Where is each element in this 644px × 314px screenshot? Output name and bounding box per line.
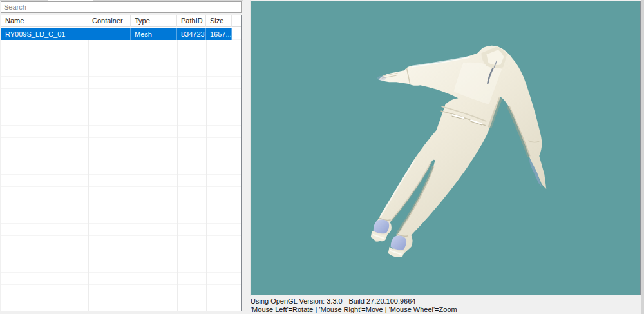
cell-size: 1657... — [206, 28, 232, 40]
asset-list-table[interactable]: Name Container Type PathID Size RY009S_L… — [1, 15, 242, 311]
app-window: Name Container Type PathID Size RY009S_L… — [0, 0, 644, 314]
grid-line — [131, 28, 131, 311]
table-body[interactable]: RY009S_LD_C_01 Mesh 834723... 1657... — [1, 28, 242, 311]
preview-viewport[interactable] — [251, 1, 641, 295]
search-input[interactable] — [1, 1, 242, 13]
cell-container — [88, 28, 131, 40]
grid-line — [206, 28, 207, 311]
table-header-row: Name Container Type PathID Size — [1, 15, 242, 27]
column-header-size[interactable]: Size — [206, 15, 232, 27]
cell-pathid: 834723... — [177, 28, 206, 40]
cell-name: RY009S_LD_C_01 — [1, 28, 88, 40]
mesh-3d-model — [251, 1, 640, 295]
table-row-selected[interactable]: RY009S_LD_C_01 Mesh 834723... 1657... — [1, 28, 232, 40]
cell-type: Mesh — [131, 28, 177, 40]
grid-line — [177, 28, 178, 311]
status-bar: Using OpenGL Version: 3.3.0 - Build 27.2… — [249, 296, 641, 314]
window-edge — [641, 0, 644, 314]
opengl-version-text: Using OpenGL Version: 3.3.0 - Build 27.2… — [251, 297, 641, 306]
mouse-controls-text: 'Mouse Left'=Rotate | 'Mouse Right'=Move… — [251, 306, 641, 314]
column-header-pathid[interactable]: PathID — [177, 15, 206, 27]
grid-line — [232, 28, 232, 311]
column-header-type[interactable]: Type — [131, 15, 177, 27]
panel-splitter[interactable] — [243, 0, 251, 314]
grid-line — [88, 28, 89, 311]
column-header-container[interactable]: Container — [88, 15, 131, 27]
column-header-name[interactable]: Name — [1, 15, 88, 27]
